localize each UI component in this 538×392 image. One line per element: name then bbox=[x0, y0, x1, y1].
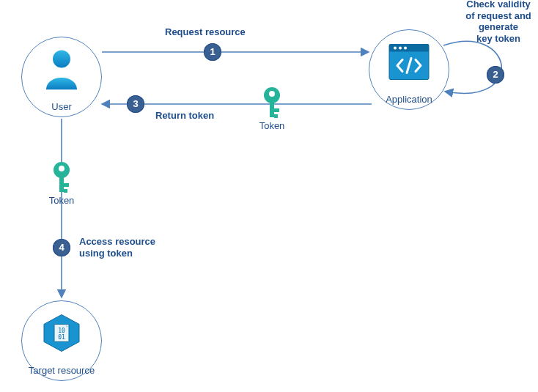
node-user: User bbox=[21, 37, 102, 117]
key-icon bbox=[257, 86, 287, 120]
svg-rect-20 bbox=[64, 189, 67, 193]
node-application: Application bbox=[369, 29, 449, 110]
edge-label-check-validity: Check validity of request and generate k… bbox=[454, 0, 538, 44]
node-user-label: User bbox=[51, 101, 71, 112]
person-icon bbox=[43, 49, 80, 92]
node-target-resource: 10 01 Target resource bbox=[21, 300, 102, 381]
node-target-resource-label: Target resource bbox=[29, 365, 95, 376]
token-left-label: Token bbox=[49, 195, 75, 206]
key-icon bbox=[46, 161, 77, 195]
svg-point-3 bbox=[394, 47, 397, 50]
token-mid-label: Token bbox=[259, 120, 285, 131]
token-on-access-edge: Token bbox=[46, 161, 77, 197]
edge-label-return-token: Return token bbox=[155, 110, 214, 122]
svg-point-0 bbox=[53, 51, 70, 68]
svg-rect-18 bbox=[59, 176, 64, 192]
edge-label-request-resource: Request resource bbox=[165, 26, 246, 38]
svg-rect-19 bbox=[64, 183, 69, 187]
step-badge-2: 2 bbox=[487, 66, 504, 84]
app-window-icon bbox=[388, 44, 430, 83]
svg-rect-13 bbox=[270, 101, 274, 117]
svg-point-5 bbox=[404, 47, 407, 50]
storage-hex-icon: 10 01 bbox=[41, 313, 82, 356]
svg-rect-14 bbox=[274, 108, 279, 112]
svg-text:10: 10 bbox=[58, 328, 65, 334]
step-badge-3: 3 bbox=[127, 95, 144, 113]
svg-point-12 bbox=[269, 91, 275, 97]
node-application-label: Application bbox=[386, 94, 432, 105]
edge-label-access-resource: Access resource using token bbox=[79, 236, 167, 259]
svg-text:01: 01 bbox=[58, 334, 65, 341]
step-badge-1: 1 bbox=[204, 43, 221, 61]
token-on-return-edge: Token bbox=[257, 86, 287, 122]
step-badge-4: 4 bbox=[53, 239, 70, 256]
diagram-stage: User Application 10 01 bbox=[0, 0, 538, 392]
svg-point-4 bbox=[399, 47, 402, 50]
svg-point-17 bbox=[59, 166, 65, 171]
svg-rect-15 bbox=[274, 114, 278, 118]
